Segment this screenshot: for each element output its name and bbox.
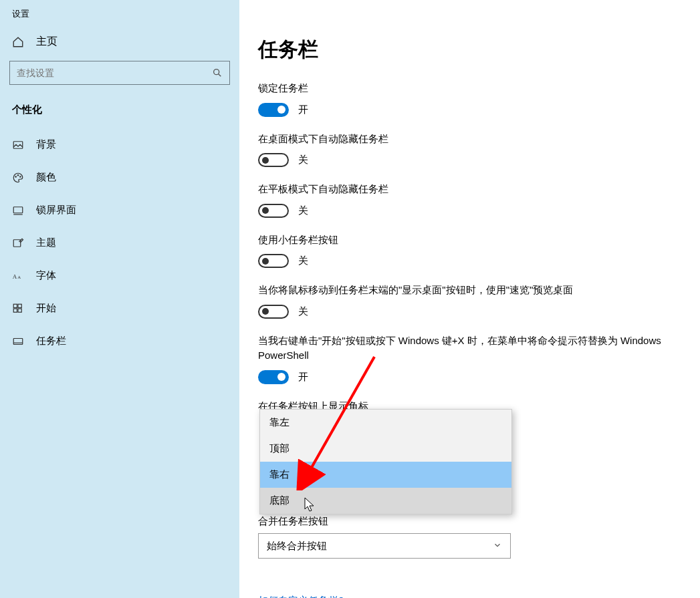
combine-value: 始终合并按钮: [267, 540, 327, 553]
section-title: 个性化: [0, 97, 239, 128]
svg-rect-2: [13, 141, 23, 148]
setting-label: 使用小任务栏按钮: [258, 233, 673, 248]
search-input[interactable]: [17, 67, 212, 78]
home-icon: [12, 36, 24, 48]
setting-autohide-desktop: 在桌面模式下自动隐藏任务栏 关: [258, 132, 673, 168]
sidebar-item-label: 颜色: [36, 171, 56, 184]
sidebar-item-background[interactable]: 背景: [0, 128, 239, 161]
home-label: 主页: [36, 35, 57, 49]
toggle-state-text: 开: [298, 371, 308, 384]
palette-icon: [12, 172, 24, 184]
setting-small-buttons: 使用小任务栏按钮 关: [258, 233, 673, 269]
toggle-state-text: 关: [298, 204, 308, 217]
toggle-state-text: 关: [298, 305, 308, 318]
svg-point-0: [214, 69, 219, 75]
sidebar-item-label: 锁屏界面: [36, 204, 76, 216]
setting-label: 当你将鼠标移动到任务栏末端的"显示桌面"按钮时，使用"速览"预览桌面: [258, 283, 673, 298]
sidebar-item-label: 开始: [36, 302, 56, 315]
svg-rect-14: [18, 309, 21, 312]
setting-label: 合并任务栏按钮: [258, 515, 673, 528]
setting-label: 在平板模式下自动隐藏任务栏: [258, 182, 673, 197]
toggle-lock-taskbar[interactable]: [258, 103, 289, 117]
sidebar-item-start[interactable]: 开始: [0, 292, 239, 325]
sidebar: 设置 主页 个性化 背景 颜色: [0, 0, 239, 598]
sidebar-item-label: 字体: [36, 269, 56, 282]
dropdown-option-top[interactable]: 顶部: [260, 436, 511, 462]
toggle-small-buttons[interactable]: [258, 254, 289, 268]
toggle-state-text: 开: [298, 104, 308, 116]
setting-combine: 合并任务栏按钮 始终合并按钮: [258, 515, 673, 559]
setting-label: 当我右键单击"开始"按钮或按下 Windows 键+X 时，在菜单中将命令提示符…: [258, 333, 673, 363]
svg-rect-13: [13, 309, 17, 312]
toggle-autohide-tablet[interactable]: [258, 204, 289, 218]
sidebar-item-label: 任务栏: [36, 335, 66, 347]
svg-line-1: [219, 74, 221, 77]
sidebar-item-fonts[interactable]: AA 字体: [0, 259, 239, 292]
toggle-powershell[interactable]: [258, 370, 289, 384]
setting-label: 在桌面模式下自动隐藏任务栏: [258, 132, 673, 147]
taskbar-location-dropdown: 靠左 顶部 靠右 底部: [259, 409, 512, 514]
svg-point-4: [17, 174, 19, 176]
svg-point-5: [20, 176, 21, 177]
taskbar-icon: [12, 335, 24, 347]
setting-autohide-tablet: 在平板模式下自动隐藏任务栏 关: [258, 182, 673, 218]
fonts-icon: AA: [12, 270, 24, 282]
svg-rect-11: [13, 304, 17, 307]
sidebar-item-themes[interactable]: 主题: [0, 227, 239, 259]
svg-rect-12: [18, 304, 21, 307]
image-icon: [12, 139, 24, 151]
svg-text:A: A: [17, 274, 21, 279]
dropdown-option-bottom[interactable]: 底部: [260, 488, 511, 514]
app-title: 设置: [0, 0, 239, 27]
page-title: 任务栏: [258, 36, 673, 63]
search-box[interactable]: [9, 61, 230, 85]
sidebar-item-label: 主题: [36, 237, 56, 249]
theme-pen-icon: [12, 237, 24, 249]
help-link[interactable]: 如何自定义任务栏?: [258, 595, 344, 598]
setting-powershell: 当我右键单击"开始"按钮或按下 Windows 键+X 时，在菜单中将命令提示符…: [258, 333, 673, 384]
setting-lock-taskbar: 锁定任务栏 开: [258, 81, 673, 117]
lockscreen-icon: [12, 204, 24, 216]
nav-list: 背景 颜色 锁屏界面 主题 AA 字体: [0, 128, 239, 357]
start-icon: [12, 303, 24, 315]
svg-rect-15: [13, 338, 23, 344]
search-icon: [212, 67, 223, 78]
dropdown-option-left[interactable]: 靠左: [260, 410, 511, 436]
toggle-state-text: 关: [298, 154, 308, 166]
sidebar-item-colors[interactable]: 颜色: [0, 161, 239, 194]
svg-point-3: [15, 176, 17, 177]
sidebar-item-lockscreen[interactable]: 锁屏界面: [0, 194, 239, 227]
home-button[interactable]: 主页: [0, 27, 239, 61]
svg-text:A: A: [13, 273, 17, 279]
toggle-state-text: 关: [298, 255, 308, 267]
combine-taskbar-select[interactable]: 始终合并按钮: [258, 533, 511, 559]
sidebar-item-label: 背景: [36, 138, 56, 151]
chevron-down-icon: [493, 541, 502, 552]
svg-rect-6: [13, 206, 23, 212]
setting-peek-preview: 当你将鼠标移动到任务栏末端的"显示桌面"按钮时，使用"速览"预览桌面 关: [258, 283, 673, 319]
setting-label: 锁定任务栏: [258, 81, 673, 96]
dropdown-option-right[interactable]: 靠右: [260, 462, 511, 488]
toggle-peek-preview[interactable]: [258, 305, 289, 319]
toggle-autohide-desktop[interactable]: [258, 153, 289, 167]
sidebar-item-taskbar[interactable]: 任务栏: [0, 325, 239, 357]
